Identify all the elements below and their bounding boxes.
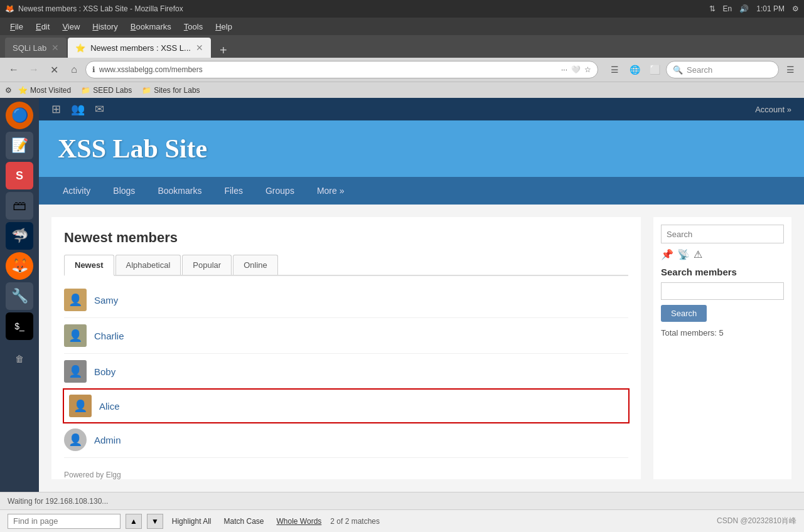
menu-button[interactable]: ☰ (781, 61, 799, 78)
sitenav-bookmarks[interactable]: Bookmarks (146, 177, 213, 205)
site-title: XSS Lab Site (58, 134, 207, 164)
member-link-alice[interactable]: Alice (99, 401, 120, 412)
tab-xsslab-close[interactable]: ✕ (196, 43, 203, 53)
reader-view-button[interactable]: ☰ (606, 61, 623, 78)
members-sidebar: 📌 📡 ⚠ Search members Search Total member… (653, 217, 791, 479)
back-button[interactable]: ← (5, 61, 23, 78)
find-down-button[interactable]: ▼ (147, 514, 163, 529)
member-row-samy: 👤 Samy (64, 282, 628, 318)
sidebar-files-icon[interactable]: 🗃 (6, 192, 33, 220)
menu-tools[interactable]: Tools (179, 21, 208, 33)
sidebar-wireshark-icon[interactable]: 🦈 (6, 222, 33, 250)
site-icon-grid[interactable]: ⊞ (51, 102, 61, 116)
menu-edit[interactable]: Edit (31, 21, 55, 33)
search-members-button[interactable]: Search (661, 305, 707, 322)
bookmark-sfl-icon: 📁 (142, 86, 151, 95)
member-link-charlie[interactable]: Charlie (94, 331, 124, 341)
tab-xsslab[interactable]: ⭐ Newest members : XSS L... ✕ (68, 38, 211, 58)
sidebar-tools-icon[interactable]: 🔧 (6, 282, 33, 310)
home-button[interactable]: ⌂ (65, 61, 83, 78)
bookmarks-bar: ⚙ ⭐ Most Visited 📁 SEED Labs 📁 Sites for… (0, 82, 804, 98)
stop-reload-button[interactable]: ✕ (45, 61, 63, 78)
forward-button[interactable]: → (25, 61, 43, 78)
sidebar-s-icon[interactable]: S (6, 162, 33, 189)
site-icon-users[interactable]: 👥 (71, 102, 85, 116)
sitenav-more[interactable]: More » (306, 177, 356, 205)
sidebar-search-input[interactable] (661, 225, 784, 243)
member-row-admin: 👤 Admin (64, 422, 628, 458)
tab-newest[interactable]: Newest (64, 255, 114, 276)
account-link[interactable]: Account » (755, 105, 791, 114)
highlight-all-option[interactable]: Highlight All (168, 516, 215, 527)
menu-file[interactable]: File (5, 21, 28, 33)
menu-help[interactable]: Help (210, 21, 237, 33)
menu-bookmarks[interactable]: Bookmarks (126, 21, 176, 33)
members-main: Newest members Newest Alphabetical Popul… (51, 217, 641, 479)
find-matches: 2 of 2 matches (330, 517, 380, 526)
tab-sqlilab[interactable]: SQLi Lab ✕ (5, 38, 67, 58)
sidebar-firefox-icon[interactable]: 🦊 (6, 252, 33, 280)
member-link-boby[interactable]: Boby (94, 366, 115, 377)
tab-alphabetical[interactable]: Alphabetical (115, 255, 181, 275)
browser-sidebar: 🔵 📝 S 🗃 🦈 🦊 🔧 $_ 🗑 (0, 98, 39, 492)
tab-online[interactable]: Online (233, 255, 278, 275)
bookmark-most-visited[interactable]: ⭐ Most Visited (14, 85, 75, 96)
member-row-alice: 👤 Alice (63, 388, 630, 423)
match-case-option[interactable]: Match Case (220, 516, 267, 527)
members-tabs: Newest Alphabetical Popular Online (64, 255, 628, 276)
tab-add-button[interactable]: + (215, 43, 232, 58)
avatar-charlie: 👤 (64, 324, 87, 347)
nav-icons: ☰ 🌐 ⬜ (606, 61, 663, 78)
member-row-charlie: 👤 Charlie (64, 318, 628, 354)
sitenav-groups[interactable]: Groups (254, 177, 306, 205)
search-members-input[interactable] (661, 282, 784, 300)
menu-history[interactable]: History (87, 21, 122, 33)
whole-words-option[interactable]: Whole Words (273, 516, 326, 527)
bookmark-mv-label: Most Visited (30, 86, 71, 95)
sidebar-trash-icon[interactable]: 🗑 (6, 345, 33, 373)
nav-bar: ← → ✕ ⌂ ℹ www.xsslabelgg.com/members ···… (0, 58, 804, 82)
sidebar-ubuntu-icon[interactable]: 🔵 (6, 102, 33, 129)
avatar-admin: 👤 (64, 428, 87, 451)
page-title: Newest members (64, 230, 628, 246)
bookmark-sl-icon: 📁 (81, 86, 90, 95)
sitenav-files[interactable]: Files (213, 177, 254, 205)
member-link-admin[interactable]: Admin (94, 435, 121, 445)
total-members: Total members: 5 (661, 328, 784, 338)
nav-search-box[interactable]: 🔍 Search (666, 61, 779, 78)
menu-bar: File Edit View History Bookmarks Tools H… (0, 18, 804, 35)
nav-search-placeholder: Search (687, 65, 712, 75)
tab-sqlilab-close[interactable]: ✕ (51, 43, 59, 53)
find-bar: ▲ ▼ Highlight All Match Case Whole Words… (0, 509, 804, 532)
sitenav-activity[interactable]: Activity (51, 177, 102, 205)
member-link-samy[interactable]: Samy (94, 295, 118, 306)
members-layout: Newest members Newest Alphabetical Popul… (39, 205, 804, 492)
sidebar-terminal-icon[interactable]: $_ (6, 312, 33, 340)
site-icon-mail[interactable]: ✉ (95, 102, 104, 116)
bookmark-sfl-label: Sites for Labs (154, 86, 200, 95)
bookmarks-bar-icon: ⚙ (5, 86, 12, 95)
tab-popular[interactable]: Popular (182, 255, 232, 275)
bookmark-mv-icon: ⭐ (18, 86, 28, 95)
sidebar-text-icon[interactable]: 📝 (6, 132, 33, 159)
site-top-bar: ⊞ 👥 ✉ Account » (39, 98, 804, 120)
bookmark-seed-labs[interactable]: 📁 SEED Labs (77, 85, 136, 96)
tab-xsslab-favicon: ⭐ (75, 43, 85, 53)
find-input[interactable] (8, 514, 121, 529)
sidebar-pin-icon[interactable]: 📌 (661, 248, 673, 260)
menu-view[interactable]: View (57, 21, 85, 33)
tab-sqlilab-label: SQLi Lab (13, 43, 46, 53)
title-bar: 🦊 Newest members : XSS Lab Site - Mozill… (0, 0, 804, 18)
sidebar-rss-icon[interactable]: 📡 (677, 248, 690, 260)
sidebar-alert-icon[interactable]: ⚠ (694, 248, 702, 260)
avatar-samy: 👤 (64, 289, 87, 311)
find-up-button[interactable]: ▲ (126, 514, 142, 529)
window-icon: 🦊 (5, 4, 14, 13)
sitenav-blogs[interactable]: Blogs (102, 177, 146, 205)
bookmark-sl-label: SEED Labs (93, 86, 132, 95)
bookmark-sites-labs[interactable]: 📁 Sites for Labs (138, 85, 203, 96)
address-dots: ··· (561, 65, 567, 74)
sidebar-button[interactable]: ⬜ (646, 61, 663, 78)
firefox-account-button[interactable]: 🌐 (626, 61, 643, 78)
address-bar[interactable]: ℹ www.xsslabelgg.com/members ··· 🤍 ☆ (85, 61, 598, 78)
